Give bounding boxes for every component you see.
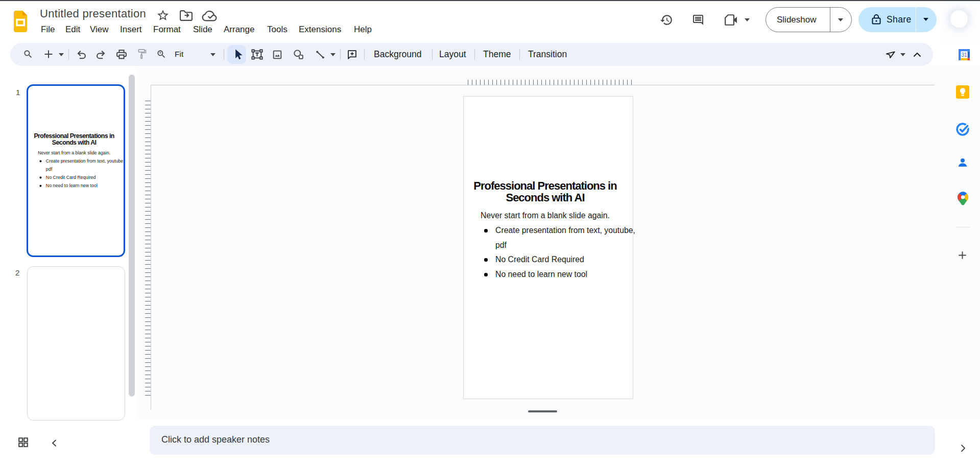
svg-text:31: 31 xyxy=(961,52,967,58)
